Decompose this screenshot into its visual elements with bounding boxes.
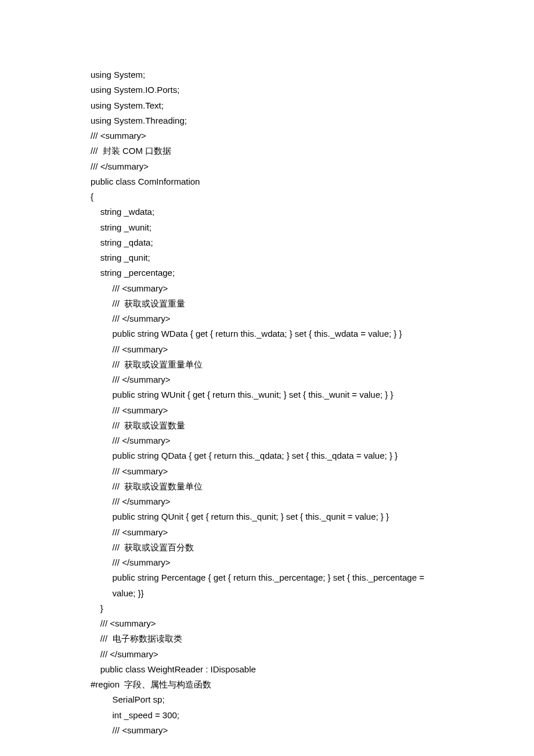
code-line: /// 电子称数据读取类 (91, 631, 443, 646)
code-line: int _speed = 300; (91, 708, 443, 723)
code-line: public class ComInformation (91, 174, 443, 189)
code-line: /// 获取或设置数量单位 (91, 479, 443, 494)
code-line: { (91, 189, 443, 204)
code-line: public string WUnit { get { return this.… (91, 387, 443, 402)
code-line: string _wdata; (91, 204, 443, 219)
code-block: using System;using System.IO.Ports;using… (91, 67, 443, 738)
code-line: /// <summary> (91, 128, 443, 143)
code-line: /// <summary> (91, 403, 443, 418)
code-line: string _qdata; (91, 235, 443, 250)
code-line: /// </summary> (91, 647, 443, 662)
code-line: /// 获取或设置重量 (91, 296, 443, 311)
code-line: string _qunit; (91, 250, 443, 265)
code-line: value; }} (91, 586, 443, 601)
code-line: /// </summary> (91, 555, 443, 570)
code-line: public string Percentage { get { return … (91, 570, 443, 585)
code-line: using System.Threading; (91, 113, 443, 128)
code-line: /// </summary> (91, 311, 443, 326)
code-line: /// <summary> (91, 464, 443, 479)
code-line: /// <summary> (91, 723, 443, 738)
code-line: /// <summary> (91, 342, 443, 357)
code-line: /// 获取或设置数量 (91, 418, 443, 433)
code-line: /// 获取或设置百分数 (91, 540, 443, 555)
code-line: /// <summary> (91, 525, 443, 540)
code-line: /// 获取或设置重量单位 (91, 357, 443, 372)
code-line: using System; (91, 67, 443, 82)
code-line: SerialPort sp; (91, 692, 443, 707)
code-line: /// </summary> (91, 433, 443, 448)
code-line: using System.Text; (91, 98, 443, 113)
code-line: string _wunit; (91, 220, 443, 235)
code-line: } (91, 601, 443, 616)
code-line: /// <summary> (91, 281, 443, 296)
code-line: /// <summary> (91, 616, 443, 631)
document-page: using System;using System.IO.Ports;using… (0, 0, 534, 756)
code-line: public string WData { get { return this.… (91, 326, 443, 341)
code-line: public string QUnit { get { return this.… (91, 509, 443, 524)
code-line: #region 字段、属性与构造函数 (91, 677, 443, 692)
code-line: /// </summary> (91, 372, 443, 387)
code-line: using System.IO.Ports; (91, 82, 443, 98)
code-line: /// </summary> (91, 159, 443, 174)
code-line: string _percentage; (91, 265, 443, 280)
code-line: public string QData { get { return this.… (91, 448, 443, 463)
code-line: /// </summary> (91, 494, 443, 509)
code-line: public class WeightReader : IDisposable (91, 662, 443, 677)
code-line: /// 封装 COM 口数据 (91, 143, 443, 159)
